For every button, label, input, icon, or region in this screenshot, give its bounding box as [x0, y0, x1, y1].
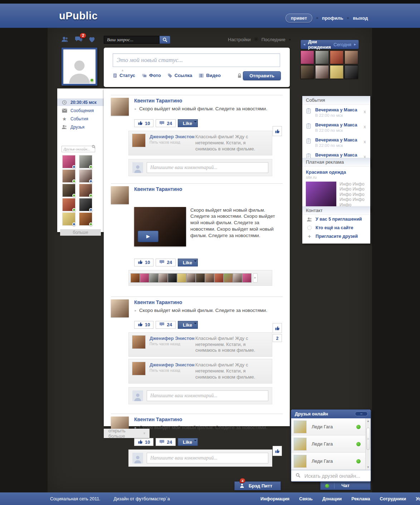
post-author-avatar[interactable]: [111, 98, 129, 116]
friend-photo[interactable]: [79, 184, 92, 197]
likes-count-button[interactable]: 10: [134, 259, 153, 266]
sidebar-item-events[interactable]: ★ События: [57, 115, 104, 122]
who-is-online-link[interactable]: Кто ещё на сайте: [302, 223, 370, 232]
messages-icon[interactable]: 2: [74, 36, 83, 43]
event-title[interactable]: Вечеринка у Макса: [315, 122, 370, 128]
sidebar-item-friends[interactable]: Друзья: [57, 123, 104, 131]
comment-author-avatar[interactable]: [132, 362, 145, 375]
video-thumbnail[interactable]: ▶: [134, 207, 186, 246]
like-comment-button[interactable]: [273, 323, 282, 333]
like-button[interactable]: Like: [178, 259, 198, 266]
chat-panel-header[interactable]: Друзья онлайн –: [291, 410, 371, 418]
chevron-down-icon[interactable]: ▼: [288, 38, 292, 42]
more-friends-button[interactable]: больше: [60, 229, 101, 236]
chat-friend-row[interactable]: Леди Гага: [291, 453, 371, 470]
chat-friend-row[interactable]: Леди Гага: [291, 418, 371, 436]
comments-count-button[interactable]: 24: [156, 259, 175, 266]
liker-avatar[interactable]: [243, 274, 251, 282]
footer-link-info[interactable]: Информация: [260, 496, 289, 501]
app-logo[interactable]: uPublic: [59, 10, 98, 22]
latest-label[interactable]: Последние: [262, 37, 285, 42]
friend-photo[interactable]: [63, 170, 75, 182]
friends-online-search-input[interactable]: [62, 146, 95, 152]
ad-headline-link[interactable]: Красивая одежда: [306, 169, 367, 175]
chat-scrollbar[interactable]: ▲ ≡ ▼: [365, 418, 371, 470]
like-button[interactable]: Like: [178, 321, 198, 329]
tab-link[interactable]: Ссылка: [167, 73, 192, 78]
close-icon[interactable]: x: [363, 139, 366, 144]
like-button[interactable]: Like: [178, 119, 198, 127]
open-chat-tab[interactable]: 4 Брэд Питт: [234, 481, 281, 490]
settings-label[interactable]: Настройки: [228, 37, 251, 42]
post-author-avatar[interactable]: [111, 186, 129, 204]
like-comment-button[interactable]: [273, 126, 282, 136]
comments-count-button[interactable]: 24: [156, 438, 175, 446]
friends-icon[interactable]: [61, 36, 69, 43]
liker-avatar[interactable]: [224, 274, 233, 282]
friend-photo[interactable]: [63, 213, 75, 225]
close-icon[interactable]: x: [363, 124, 366, 129]
footer-link-terms[interactable]: Условия: [416, 496, 420, 501]
liker-avatar[interactable]: [187, 274, 195, 282]
comment-input[interactable]: [147, 390, 268, 401]
birthday-photo[interactable]: [330, 65, 343, 79]
comment-author-name[interactable]: Дженифер Энистон: [150, 134, 195, 139]
birthday-photo[interactable]: [315, 65, 329, 79]
comment-author-avatar[interactable]: [132, 336, 145, 348]
scroll-down-icon[interactable]: ▼: [367, 466, 370, 469]
nav-profile-link[interactable]: профиль: [322, 15, 343, 21]
sidebar-item-messages[interactable]: Сообщения: [57, 107, 104, 114]
liker-avatar[interactable]: [177, 274, 186, 282]
search-input[interactable]: [104, 36, 160, 44]
event-title[interactable]: Вечеринка у Макса: [315, 153, 370, 158]
search-button[interactable]: [160, 36, 170, 44]
post-author-avatar[interactable]: [111, 299, 129, 317]
friend-photo[interactable]: [79, 170, 92, 182]
like-comment-button[interactable]: [273, 446, 282, 456]
footer-link-staff[interactable]: Сотрудники: [380, 496, 406, 501]
birthday-photo[interactable]: [345, 65, 358, 79]
birthday-photo[interactable]: [330, 50, 343, 64]
event-title[interactable]: Вечеринка у Макса: [315, 107, 370, 112]
footer-link-donations[interactable]: Донации: [322, 496, 342, 501]
tab-photo[interactable]: Фото: [142, 73, 161, 78]
liker-avatar[interactable]: [140, 274, 149, 282]
comments-count-button[interactable]: 24: [156, 119, 175, 127]
post-author-name[interactable]: Квентин Тарантино: [134, 299, 267, 305]
post-author-name[interactable]: Квентин Тарантино: [134, 417, 267, 422]
tab-video[interactable]: Видео: [199, 73, 221, 78]
prev-arrow-icon[interactable]: ◄: [303, 43, 306, 46]
friend-photo[interactable]: [63, 184, 75, 197]
comment-author-name[interactable]: Дженифер Энистон: [150, 336, 195, 341]
friend-photo[interactable]: [63, 155, 75, 168]
like-button[interactable]: Like: [178, 438, 198, 446]
birthdays-today-link[interactable]: Сегодня: [333, 42, 351, 47]
minimize-button[interactable]: –: [355, 412, 368, 416]
comments-count-button[interactable]: 24: [156, 321, 175, 329]
nav-hello-button[interactable]: привет: [285, 14, 312, 23]
post-author-name[interactable]: Квентин Тарантино: [134, 186, 182, 192]
liker-avatar[interactable]: [205, 274, 214, 282]
liker-avatar[interactable]: [168, 274, 177, 282]
comment-author-avatar[interactable]: [132, 134, 145, 147]
likes-count-button[interactable]: 10: [134, 438, 153, 446]
liker-avatar[interactable]: [215, 274, 223, 282]
likes-count-button[interactable]: 10: [134, 119, 153, 127]
birthday-photo[interactable]: [315, 50, 329, 64]
invitations-link[interactable]: У вас 5 приглашений: [302, 215, 370, 223]
post-author-name[interactable]: Квентин Тарантино: [134, 98, 267, 104]
liker-avatar[interactable]: [159, 274, 167, 282]
invite-friends-link[interactable]: + Пригласите друзей: [302, 232, 370, 241]
ad-image[interactable]: [306, 182, 336, 207]
nav-logout-link[interactable]: выход: [353, 15, 368, 21]
chat-search-input[interactable]: [304, 473, 365, 479]
friend-photo[interactable]: [79, 198, 92, 211]
friend-photo[interactable]: [79, 213, 92, 225]
friend-photo[interactable]: [79, 155, 92, 168]
liker-avatar[interactable]: [150, 274, 158, 282]
comment-input[interactable]: [147, 453, 268, 463]
birthday-photo[interactable]: [301, 50, 314, 64]
play-button[interactable]: ▶: [138, 231, 158, 242]
scrollbar-thumb[interactable]: ≡: [366, 428, 370, 450]
liker-avatar[interactable]: [196, 274, 205, 282]
